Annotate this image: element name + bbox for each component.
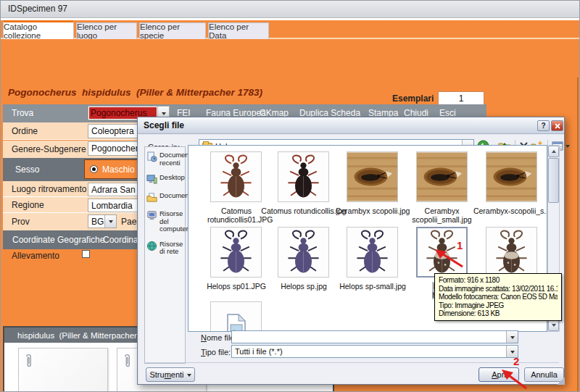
computer-icon [146,210,157,221]
window-title: IDSpecimen 97 [8,4,67,14]
scegli-file-dialog: Scegli file ? Cerca in: Helops [137,117,565,385]
documents-folder-icon [146,192,157,203]
scroll-down-button[interactable] [548,320,559,331]
attachment-slot[interactable] [18,348,108,392]
tab-elenco-per-data[interactable]: Elenco per Data [208,22,269,39]
close-icon [555,123,560,129]
species-title: Pogonocherus hispidulus (Piller & Mitter… [8,87,262,98]
annotation-arrow-1-icon [434,246,465,270]
nome-file-input[interactable] [231,330,518,343]
application-window: IDSpecimen 97 Catalogo collezione Elenco… [0,0,580,392]
sidebar-item-desktop[interactable]: Desktop [146,174,183,185]
scroll-up-button[interactable] [548,146,559,157]
file-thumbnail-partial[interactable] [210,301,262,332]
tab-elenco-per-luogo[interactable]: Elenco per luogo [76,22,137,39]
file-thumbnail-helops-small[interactable] [347,227,398,278]
allevamento-label: Allevamento [12,251,59,261]
recent-documents-icon [146,151,157,162]
esemplari-input[interactable]: 1 [438,91,484,105]
file-label[interactable]: Cerambyx scopolii.jpg [329,207,416,215]
file-thumbnail-pogonocherus2[interactable] [486,227,537,278]
regione-label: Regione [12,200,44,210]
sesso-label: Sesso [15,164,39,175]
tipo-file-select[interactable]: Tutti i file (*.*) [231,345,518,358]
file-thumbnail-helops01[interactable] [210,227,262,278]
annotation-arrow-2-icon [500,367,529,391]
file-thumbnail-cerambyx[interactable] [347,151,398,202]
sidebar-item-documenti[interactable]: Documenti [146,192,183,203]
sidebar-item-documenti-recenti[interactable]: Documenti recenti [146,151,183,167]
file-label[interactable]: Cerambyx scopolii_small.jpg [410,207,474,224]
file-label[interactable]: Catomus rotundicollis01.JPG [207,207,265,224]
ordine-label: Ordine [12,126,38,136]
tab-strip: Catalogo collezione Elenco per luogo Ele… [1,20,580,39]
file-label[interactable]: Helops sp-small.jpg [334,282,411,291]
tab-elenco-per-specie[interactable]: Elenco per specie [139,22,206,39]
file-thumbnail-helops[interactable] [278,227,329,278]
esemplari-label: Esemplari [392,93,434,104]
close-button[interactable] [551,120,563,131]
file-label[interactable]: Helops sp.jpg [265,282,342,291]
help-button[interactable]: ? [537,120,550,131]
resize-grip[interactable] [556,376,565,385]
sidebar-item-risorse-di-rete[interactable]: Risorse di rete [146,241,183,256]
places-sidebar: Documenti recenti Desktop Documenti Riso… [144,146,186,364]
dialog-titlebar[interactable]: Scegli file [138,117,564,134]
dialog-title: Scegli file [144,120,184,130]
dropdown-arrow-icon[interactable] [104,215,116,228]
desktop-icon [146,174,157,185]
window-titlebar: IDSpecimen 97 [1,1,580,18]
dialog-separator [144,362,559,363]
sidebar-item-risorse-del-computer[interactable]: Risorse del computer [146,210,183,233]
views-menu-arrow-icon[interactable] [566,145,570,150]
coordinate-geografiche-label: Coordinate Geografiche [12,235,104,245]
dropdown-arrow-icon[interactable] [506,331,518,343]
paperclip-icon [123,351,132,370]
tab-catalogo-collezione[interactable]: Catalogo collezione [3,20,74,39]
file-thumbnail-catomus01[interactable] [210,151,262,202]
scrollbar-thumb[interactable] [548,158,559,203]
luogo-label: Luogo ritrovamento [12,184,86,194]
file-thumbnail-cerambyx-s[interactable] [486,151,537,202]
annotation-step2: 2 [513,355,519,367]
strumenti-menu-arrow-icon [187,374,191,379]
window-edge [577,78,579,392]
prov-select[interactable]: BG [88,214,117,228]
genere-label: Genere-Subgenere [12,144,86,154]
file-thumbnail-catomus[interactable] [278,151,329,202]
file-label[interactable]: Helops sp01.JPG [198,282,275,291]
paperclip-icon [24,351,33,370]
file-label[interactable]: Cerambyx-scopolii_s... [468,207,547,215]
file-info-tooltip: Formato: 916 x 1180 Data immagine scatta… [434,273,562,321]
allevamento-checkbox[interactable] [82,250,90,258]
file-thumbnail-cerambyx-small[interactable] [416,151,468,202]
tipo-file-label: Tipo file: [201,348,231,356]
radio-icon [90,165,98,173]
trova-label: Trova [12,108,33,118]
prov-label: Prov [12,217,30,227]
network-icon [146,241,157,251]
strumenti-button[interactable]: Strumenti [146,367,195,382]
